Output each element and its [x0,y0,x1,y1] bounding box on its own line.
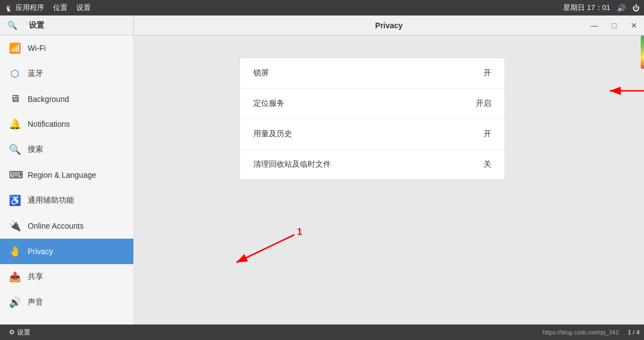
volume-icon[interactable]: 🔊 [617,4,626,12]
background-icon: 🖥 [9,93,21,105]
app-menu[interactable]: 🐧 应用程序 [4,3,44,13]
bluetooth-icon: ⬡ [9,68,21,80]
settings-row-location[interactable]: 定位服务 开启 [240,89,505,119]
sidebar-label-bluetooth: 蓝牙 [28,69,43,79]
content-panel: 锁屏 开 定位服务 开启 用量及历史 开 清理回收站及临时文件 关 [134,35,644,324]
sidebar-item-background[interactable]: 🖥 Background [0,86,133,111]
sidebar-label-privacy: Privacy [28,247,53,256]
sidebar-item-online-accounts[interactable]: 🔌 Online Accounts [0,213,133,239]
sidebar-label-search: 搜索 [28,145,43,154]
lockscreen-label: 锁屏 [253,68,269,78]
sidebar-label-sharing: 共享 [28,272,43,282]
lockscreen-value: 开 [484,68,491,78]
close-button[interactable]: ✕ [624,16,644,35]
maximize-button[interactable]: □ [604,16,624,35]
sidebar-title: 设置 [24,20,44,30]
sidebar-label-accessibility: 通用辅助功能 [28,195,74,205]
window-controls: — □ ✕ [584,16,644,35]
minimize-button[interactable]: — [584,16,604,35]
taskbar: ⚙ 设置 https://blog.csdn.net/qq_342 1 / 4 [0,324,644,340]
taskbar-settings-label: 设置 [17,328,30,337]
sidebar-label-sound: 声音 [28,297,43,307]
sidebar-item-sharing[interactable]: 📤 共享 [0,264,133,290]
sidebar-item-bluetooth[interactable]: ⬡ 蓝牙 [0,61,133,86]
svg-line-2 [236,235,294,262]
taskbar-page: 1 / 4 [628,329,640,336]
app-icon: 🐧 [4,4,13,12]
sidebar-label-notifications: Notifications [28,120,70,128]
settings-row-trash[interactable]: 清理回收站及临时文件 关 [240,150,505,179]
trash-value: 关 [484,159,491,169]
power-icon[interactable]: ⏻ [632,4,640,12]
sidebar-label-background: Background [28,95,69,104]
search-sidebar-icon: 🔍 [9,143,21,156]
region-icon: ⌨ [9,169,21,181]
location-menu[interactable]: 位置 [53,3,67,13]
datetime: 星期日 17：01 [563,3,610,13]
search-button[interactable]: 🔍 [4,18,20,33]
sound-icon: 🔊 [9,296,21,308]
usage-label: 用量及历史 [253,129,292,139]
sidebar-label-wifi: Wi-Fi [28,44,46,53]
wifi-icon: 📶 [9,42,21,54]
sharing-icon: 📤 [9,271,21,283]
title-bar-left: 🔍 设置 [0,16,134,35]
location-value: 开启 [476,99,491,109]
sidebar-item-privacy[interactable]: 🤚 Privacy [0,239,133,264]
app-menu-label[interactable]: 应用程序 [15,3,44,13]
system-bar-right: 星期日 17：01 🔊 ⏻ [563,3,640,13]
window-title: Privacy [134,21,644,30]
sidebar-item-sound[interactable]: 🔊 声音 [0,290,133,315]
online-accounts-icon: 🔌 [9,220,21,232]
settings-row-lockscreen[interactable]: 锁屏 开 [240,58,505,89]
accent-bar [641,35,644,69]
taskbar-settings[interactable]: ⚙ 设置 [4,327,35,338]
system-bar: 🐧 应用程序 位置 设置 星期日 17：01 🔊 ⏻ [0,0,644,16]
settings-menu[interactable]: 设置 [76,3,91,13]
taskbar-settings-icon: ⚙ [9,328,15,336]
notifications-icon: 🔔 [9,118,21,130]
title-bar: 🔍 设置 Privacy — □ ✕ [0,16,644,35]
accessibility-icon: ♿ [9,194,21,207]
sidebar-item-search[interactable]: 🔍 搜索 [0,137,133,162]
taskbar-url: https://blog.csdn.net/qq_342 [542,329,619,336]
privacy-icon: 🤚 [9,245,21,257]
sidebar-item-wifi[interactable]: 📶 Wi-Fi [0,35,133,61]
sidebar: 📶 Wi-Fi ⬡ 蓝牙 🖥 Background 🔔 Notification… [0,35,134,324]
usage-value: 开 [484,129,491,139]
sidebar-item-accessibility[interactable]: ♿ 通用辅助功能 [0,188,133,213]
sidebar-item-notifications[interactable]: 🔔 Notifications [0,111,133,137]
settings-card: 锁屏 开 定位服务 开启 用量及历史 开 清理回收站及临时文件 关 [240,58,505,180]
system-bar-left: 🐧 应用程序 位置 设置 [4,3,91,13]
location-label: 定位服务 [253,99,284,109]
sidebar-item-region[interactable]: ⌨ Region & Language [0,162,133,188]
trash-label: 清理回收站及临时文件 [253,159,331,169]
settings-row-usage[interactable]: 用量及历史 开 [240,119,505,150]
sidebar-label-region: Region & Language [28,171,96,179]
sidebar-label-online-accounts: Online Accounts [28,221,84,230]
annotation-1-label: 1 [297,227,302,236]
main-area: 📶 Wi-Fi ⬡ 蓝牙 🖥 Background 🔔 Notification… [0,35,644,324]
